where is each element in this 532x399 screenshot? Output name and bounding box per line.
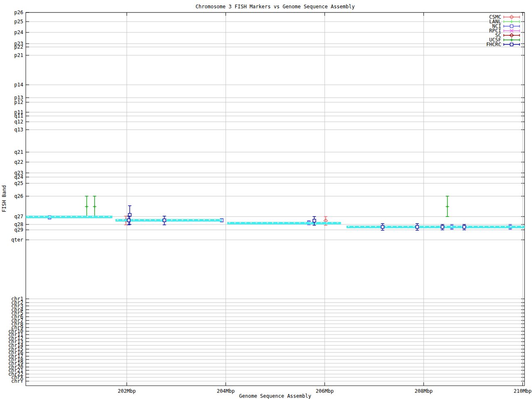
y-tick-label: q22 [14,159,23,165]
plot-border [26,12,525,386]
FHCRC-square-marker [416,226,419,229]
FHCRC-square-marker [163,219,166,222]
y-tick-label: q29 [14,227,23,233]
FHCRC-square-marker [313,219,316,222]
y-tick-label: q21 [14,149,23,155]
y-tick-label: chrY [11,378,24,384]
x-tick-label: 206Mbp [316,388,334,394]
FHCRC-square-marker [381,226,384,229]
y-tick-label: q26 [14,193,23,199]
chart-title: Chromosome 3 FISH Markers vs Genome Sequ… [196,4,355,10]
y-tick-label: p22 [14,44,23,50]
y-tick-label: q25 [14,180,23,186]
y-tick-label: p12 [14,99,23,105]
legend-label-fhcrc: FHCRC [486,42,501,47]
FHCRC-square-marker [441,226,444,229]
y-tick-label: qter [11,237,23,243]
legend-fhcrc-square-marker [510,43,513,46]
y-tick-label: p26 [14,10,23,15]
y-tick-label: q27 [14,214,23,219]
y-tick-label: q11 [14,113,23,119]
y-tick-label: p14 [14,82,23,88]
y-axis-title: FISH Band [1,185,7,212]
chart-page: p26p25p24p23p22p21p14p13p12p11q11q12q13q… [0,0,532,399]
y-tick-label: p25 [14,19,23,25]
FHCRC-square-marker [127,219,130,222]
x-tick-label: 202Mbp [118,388,135,394]
y-tick-label: q13 [14,127,23,133]
legend-nci-square-marker [510,25,513,28]
y-tick-label: p21 [14,52,23,58]
FHCRC-square-marker [463,226,466,229]
x-tick-label: 208Mbp [415,388,433,394]
y-tick-label: q24 [14,174,23,180]
x-axis-title: Genome Sequence Assembly [239,393,311,399]
fish-band-segment [116,219,222,222]
x-tick-label: 210Mbp [514,388,532,394]
x-tick-label: 204Mbp [217,388,234,394]
y-tick-label: q28 [14,222,23,227]
y-tick-label: p24 [14,30,23,35]
fish-marker-chart: p26p25p24p23p22p21p14p13p12p11q11q12q13q… [0,0,532,399]
y-tick-label: q12 [14,119,23,125]
